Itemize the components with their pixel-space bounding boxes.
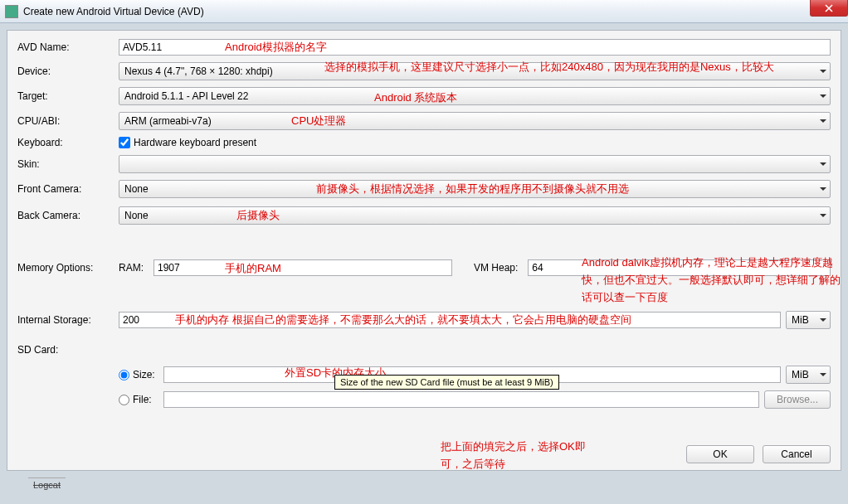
back-camera-label: Back Camera: [17,210,119,221]
titlebar: Create new Android Virtual Device (AVD) [0,0,848,23]
cpuabi-label: CPU/ABI: [17,115,119,127]
internal-storage-label: Internal Storage: [17,314,119,326]
chevron-down-icon [820,70,826,73]
sd-size-radio[interactable] [119,370,129,380]
cpuabi-combo[interactable]: ARM (armeabi-v7a) [119,112,831,130]
taskbar-item: Logcat [28,477,66,492]
sd-file-radio-label: File: [133,394,152,405]
skin-combo[interactable] [119,155,831,173]
internal-storage-unit-value: MiB [792,314,809,326]
chevron-down-icon [820,94,826,98]
sd-size-unit-combo[interactable]: MiB [786,366,831,384]
keyboard-checkbox[interactable] [119,137,130,148]
device-label: Device: [17,65,119,77]
cancel-button[interactable]: Cancel [763,445,831,463]
chevron-down-icon [820,373,826,376]
back-camera-combo[interactable]: None [119,206,831,225]
sd-card-group: Size: MiB 外置SD卡的内存大小 Size of the new SD … [119,362,831,419]
front-camera-combo[interactable]: None [119,180,831,198]
sd-size-unit-value: MiB [792,369,809,380]
sd-file-radio[interactable] [119,395,129,405]
app-icon [5,5,18,18]
avd-name-input[interactable] [119,39,831,56]
sd-file-input [163,391,759,408]
device-combo-value: Nexus 4 (4.7", 768 × 1280: xhdpi) [124,65,273,77]
memory-options-label: Memory Options: [17,262,119,274]
cpuabi-combo-value: ARM (armeabi-v7a) [124,115,212,127]
close-button[interactable] [810,0,848,17]
chevron-down-icon [820,187,826,191]
target-combo-value: Android 5.1.1 - API Level 22 [124,90,248,102]
device-combo[interactable]: Nexus 4 (4.7", 768 × 1280: xhdpi) [119,62,831,80]
sd-size-input[interactable] [163,366,781,383]
chevron-down-icon [820,119,826,123]
front-camera-label: Front Camera: [17,183,119,195]
sd-card-label: SD Card: [17,344,119,356]
front-camera-value: None [124,183,149,195]
chevron-down-icon [820,318,826,322]
sd-size-radio-label: Size: [133,369,155,380]
dialog-body: AVD Name: Android模拟器的名字 Device: Nexus 4 … [7,30,841,471]
keyboard-label: Keyboard: [17,137,119,148]
ram-input[interactable] [154,259,452,276]
keyboard-checkbox-label: Hardware keyboard present [134,137,256,148]
ok-button[interactable]: OK [686,445,754,463]
vm-heap-label: VM Heap: [474,262,518,274]
internal-storage-input[interactable] [119,312,781,328]
internal-storage-unit-combo[interactable]: MiB [786,311,831,329]
annotation-final: 把上面的填完之后，选择OK即可，之后等待 [441,439,590,473]
vm-heap-input[interactable] [528,259,831,276]
chevron-down-icon [820,214,826,217]
avd-name-label: AVD Name: [17,41,119,53]
ram-label: RAM: [119,262,144,274]
back-camera-value: None [124,210,149,221]
target-label: Target: [17,90,119,102]
window-title: Create new Android Virtual Device (AVD) [23,6,204,17]
skin-label: Skin: [17,158,119,170]
chevron-down-icon [820,162,826,166]
browse-button: Browse... [764,390,831,409]
target-combo[interactable]: Android 5.1.1 - API Level 22 [119,87,831,105]
